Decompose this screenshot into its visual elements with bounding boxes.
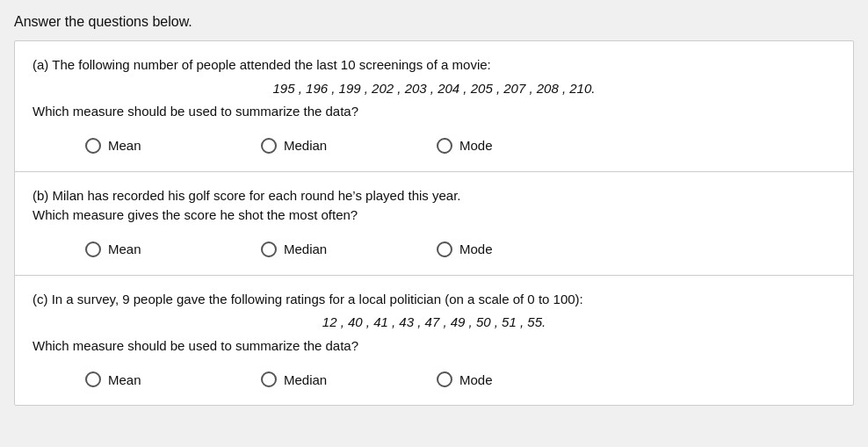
option-mean-c[interactable]: Mean — [85, 371, 261, 387]
question-line-a: Which measure should be used to summariz… — [33, 104, 358, 119]
question-label-a: (a) — [33, 57, 48, 72]
question-text-a: (a) The following number of people atten… — [33, 55, 835, 122]
option-mode-a[interactable]: Mode — [437, 138, 612, 154]
question-body-c: In a survey, 9 people gave the following… — [52, 292, 583, 306]
option-median-a[interactable]: Median — [261, 138, 437, 154]
option-label-mean-c: Mean — [108, 372, 141, 387]
option-label-mean-b: Mean — [108, 242, 141, 256]
question-data-a: 195 , 196 , 199 , 202 , 203 , 204 , 205 … — [33, 79, 835, 99]
question-row-a: (a) The following number of people atten… — [15, 41, 853, 172]
question-line-b: Which measure gives the score he shot th… — [33, 207, 358, 222]
question-data-c: 12 , 40 , 41 , 43 , 47 , 49 , 50 , 51 , … — [33, 313, 835, 333]
question-body-b: Milan has recorded his golf score for ea… — [53, 188, 461, 203]
option-label-median-b: Median — [284, 242, 327, 256]
radio-mean-b[interactable] — [85, 242, 101, 257]
question-row-b: (b) Milan has recorded his golf score fo… — [15, 172, 853, 276]
radio-mean-a[interactable] — [85, 138, 101, 154]
radio-mode-a[interactable] — [437, 138, 452, 154]
option-label-mode-b: Mode — [459, 242, 493, 256]
options-row-c: Mean Median Mode — [33, 371, 835, 387]
question-text-c: (c) In a survey, 9 people gave the follo… — [33, 290, 835, 357]
option-label-median-c: Median — [284, 372, 327, 387]
option-mode-b[interactable]: Mode — [437, 242, 612, 257]
page-instruction: Answer the questions below. — [14, 14, 854, 30]
option-label-median-a: Median — [284, 138, 327, 153]
radio-median-c[interactable] — [261, 371, 277, 387]
option-median-c[interactable]: Median — [261, 371, 437, 387]
option-label-mode-c: Mode — [459, 372, 493, 387]
option-mean-a[interactable]: Mean — [85, 138, 261, 154]
radio-median-b[interactable] — [261, 242, 277, 257]
option-label-mode-a: Mode — [459, 138, 493, 153]
radio-mode-c[interactable] — [437, 371, 452, 387]
option-label-mean-a: Mean — [108, 138, 141, 153]
option-median-b[interactable]: Median — [261, 242, 437, 257]
options-row-b: Mean Median Mode — [33, 242, 835, 257]
options-row-a: Mean Median Mode — [33, 138, 835, 154]
question-body-a: The following number of people attended … — [52, 57, 490, 72]
radio-median-a[interactable] — [261, 138, 277, 154]
question-text-b: (b) Milan has recorded his golf score fo… — [33, 186, 835, 226]
question-label-b: (b) — [33, 188, 48, 203]
radio-mode-b[interactable] — [437, 242, 452, 257]
question-label-c: (c) — [33, 292, 48, 306]
option-mean-b[interactable]: Mean — [85, 242, 261, 257]
question-line-c: Which measure should be used to summariz… — [33, 338, 358, 353]
radio-mean-c[interactable] — [85, 371, 101, 387]
question-row-c: (c) In a survey, 9 people gave the follo… — [15, 276, 853, 406]
option-mode-c[interactable]: Mode — [437, 371, 612, 387]
questions-container: (a) The following number of people atten… — [14, 40, 854, 406]
